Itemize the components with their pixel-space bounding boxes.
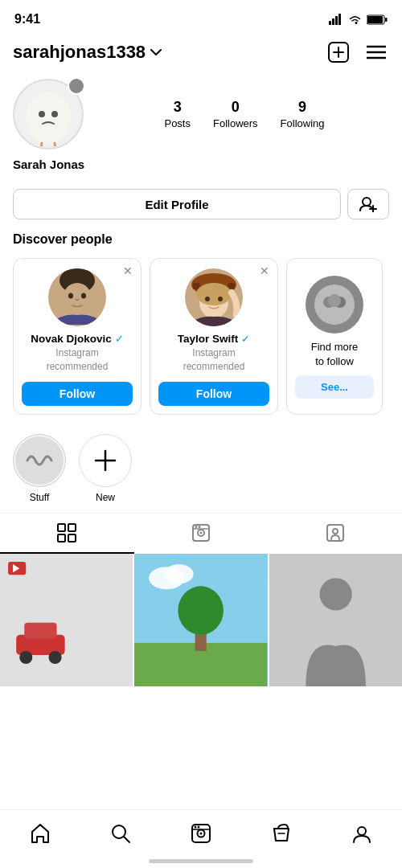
display-name: Sarah Jonas <box>13 158 389 171</box>
svg-point-49 <box>200 531 203 534</box>
svg-point-74 <box>200 833 203 835</box>
followers-count: 0 <box>232 99 240 116</box>
grid-preview <box>0 554 402 686</box>
tab-reels[interactable] <box>134 514 269 554</box>
svg-point-65 <box>178 586 224 634</box>
djokovic-sub: Instagramrecommended <box>47 346 109 374</box>
followers-stat[interactable]: 0 Followers <box>213 99 258 129</box>
svg-rect-6 <box>385 18 388 22</box>
header-icons <box>325 39 389 66</box>
username-row[interactable]: sarahjonas1338 <box>13 42 162 63</box>
svg-point-59 <box>48 651 61 664</box>
signal-icon <box>329 14 343 25</box>
svg-rect-3 <box>338 14 341 25</box>
tab-grid[interactable] <box>0 514 134 554</box>
status-bar: 9:41 <box>0 0 402 35</box>
svg-point-39 <box>328 294 341 307</box>
tagged-icon <box>326 523 345 542</box>
following-stat[interactable]: 9 Following <box>281 99 325 129</box>
svg-point-15 <box>51 111 58 117</box>
battery-icon <box>367 14 388 25</box>
swift-avatar <box>185 268 243 326</box>
highlight-stuff-image <box>15 436 64 485</box>
svg-point-69 <box>319 578 351 610</box>
add-icon <box>328 42 349 63</box>
chevron-down-icon <box>150 48 162 56</box>
menu-icon <box>367 44 386 60</box>
svg-rect-1 <box>332 18 334 25</box>
find-more-text: Find moreto follow <box>311 340 359 369</box>
swift-name: Taylor Swift <box>178 333 239 345</box>
add-friend-icon <box>359 196 377 212</box>
svg-point-54 <box>333 529 338 534</box>
add-friend-button[interactable] <box>347 189 389 219</box>
djokovic-verified: ✓ <box>115 333 124 345</box>
svg-point-34 <box>205 297 210 301</box>
shop-icon <box>271 823 292 844</box>
add-post-button[interactable] <box>325 39 352 66</box>
svg-point-40 <box>15 436 64 485</box>
nav-shop[interactable] <box>258 818 305 849</box>
edit-profile-button[interactable]: Edit Profile <box>13 189 341 219</box>
content-tabs <box>0 513 402 554</box>
highlight-stuff-circle <box>13 434 66 487</box>
svg-rect-57 <box>24 622 56 638</box>
wifi-icon <box>348 14 362 25</box>
buttons-row: Edit Profile <box>0 189 402 219</box>
discover-scroll[interactable]: ✕ <box>13 258 389 418</box>
close-djokovic-button[interactable]: ✕ <box>123 265 133 276</box>
nav-search[interactable] <box>97 818 144 849</box>
svg-rect-2 <box>335 16 338 25</box>
svg-line-16 <box>40 143 42 146</box>
svg-line-17 <box>55 143 56 146</box>
djokovic-avatar-image <box>48 268 106 326</box>
nav-reels[interactable] <box>178 818 224 849</box>
tab-tagged[interactable] <box>268 514 402 554</box>
profile-row: 3 Posts 0 Followers 9 Following <box>13 79 389 149</box>
add-highlight-icon <box>92 448 118 473</box>
discover-card-djokovic: ✕ <box>13 258 142 415</box>
highlight-new[interactable]: New <box>79 434 132 503</box>
svg-rect-43 <box>58 524 65 531</box>
swift-verified: ✓ <box>241 333 250 345</box>
svg-rect-0 <box>329 21 331 25</box>
grid-cell-2[interactable] <box>134 554 267 686</box>
grid-cell-1[interactable] <box>0 554 133 686</box>
svg-point-13 <box>26 92 71 144</box>
highlight-stuff-label: Stuff <box>30 492 49 503</box>
follow-djokovic-button[interactable]: Follow <box>22 382 133 406</box>
status-icons <box>329 14 388 25</box>
reels-icon <box>191 523 211 542</box>
grid-cell-3[interactable] <box>269 554 402 686</box>
username: sarahjonas1338 <box>13 42 146 63</box>
highlight-new-label: New <box>96 492 115 503</box>
svg-point-20 <box>363 198 371 206</box>
followers-label: Followers <box>213 117 258 129</box>
highlights-section: Stuff New <box>0 424 402 510</box>
svg-point-58 <box>19 651 32 664</box>
see-all-button[interactable]: See... <box>295 375 374 399</box>
menu-button[interactable] <box>363 41 389 63</box>
reels-nav-icon <box>191 823 211 844</box>
find-more-card: Find moreto follow See... <box>286 258 383 415</box>
follow-swift-button[interactable]: Follow <box>158 382 269 406</box>
swift-sub: Instagramrecommended <box>183 346 245 374</box>
following-label: Following <box>281 117 325 129</box>
close-swift-button[interactable]: ✕ <box>260 265 269 276</box>
following-count: 9 <box>298 99 306 116</box>
profile-icon <box>351 823 372 844</box>
nav-profile[interactable] <box>338 818 385 849</box>
svg-rect-44 <box>68 524 76 531</box>
svg-point-25 <box>63 283 92 315</box>
nav-home[interactable] <box>17 818 64 849</box>
home-icon <box>30 823 51 844</box>
svg-point-51 <box>195 526 198 528</box>
svg-point-79 <box>358 827 366 835</box>
svg-line-71 <box>124 837 129 842</box>
highlight-stuff[interactable]: Stuff <box>13 434 66 503</box>
posts-count: 3 <box>174 99 182 116</box>
djokovic-name: Novak Djokovic <box>31 333 112 345</box>
search-icon <box>110 823 131 844</box>
posts-stat: 3 Posts <box>164 99 191 129</box>
avatar-container[interactable] <box>13 79 84 149</box>
